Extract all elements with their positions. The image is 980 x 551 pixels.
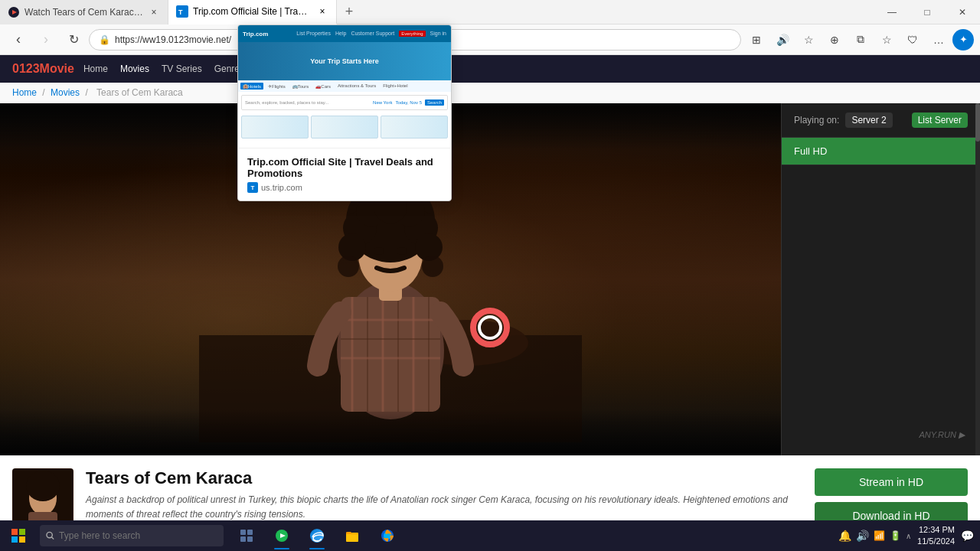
quality-options: Full HD bbox=[782, 138, 980, 165]
battery-icon[interactable]: 🔋 bbox=[890, 530, 901, 541]
maximize-button[interactable]: □ bbox=[910, 0, 945, 24]
collections-btn[interactable]: ⊕ bbox=[822, 28, 847, 52]
trip-tab-cars: 🚗Cars bbox=[313, 83, 333, 90]
breadcrumb-sep2: / bbox=[85, 87, 90, 98]
trip-result-3 bbox=[381, 116, 448, 139]
list-server-button[interactable]: List Server bbox=[912, 112, 968, 128]
breadcrumb-movies[interactable]: Movies bbox=[51, 87, 80, 98]
refresh-button[interactable]: ↻ bbox=[61, 28, 86, 52]
app-btn[interactable]: ⊞ bbox=[744, 28, 769, 52]
trip-nav-signin: Sign in bbox=[430, 31, 446, 37]
nav-genre[interactable]: Genre bbox=[214, 64, 240, 74]
svg-rect-44 bbox=[240, 530, 246, 535]
svg-point-42 bbox=[47, 532, 52, 537]
video-section: Playing on: Server 2 List Server Full HD… bbox=[0, 103, 980, 455]
copilot-btn[interactable]: ✦ bbox=[952, 29, 974, 51]
nav-home[interactable]: Home bbox=[83, 64, 108, 74]
windows-logo-icon bbox=[11, 529, 25, 543]
tab-title-trip: Trip.com Official Site | Travel Dea... bbox=[193, 6, 312, 17]
svg-rect-40 bbox=[11, 536, 18, 543]
browser-essentials-btn[interactable]: 🛡 bbox=[900, 28, 925, 52]
tab-close-trip[interactable]: × bbox=[316, 5, 328, 18]
watermark: ANY.RUN ▶ bbox=[919, 430, 965, 440]
trip-nav: List Properties Help Customer Support Ev… bbox=[296, 31, 446, 37]
forward-button[interactable]: › bbox=[34, 28, 58, 52]
stream-button[interactable]: Stream in HD bbox=[815, 468, 968, 496]
search-input[interactable] bbox=[59, 530, 217, 541]
breadcrumb-sep1: / bbox=[42, 87, 47, 98]
network-icon[interactable]: 📶 bbox=[874, 530, 885, 541]
taskbar-edge[interactable] bbox=[300, 520, 334, 551]
taskbar-file-explorer[interactable] bbox=[335, 520, 369, 551]
trip-results bbox=[238, 113, 451, 141]
svg-point-30 bbox=[422, 256, 443, 277]
taskbar-search[interactable] bbox=[40, 525, 224, 546]
site-logo: 0123Movie bbox=[12, 62, 74, 76]
nav-bar: ‹ › ↻ 🔒 https://ww19.0123movie.net/ ⊞ 🔊 … bbox=[0, 24, 980, 55]
trip-tabs-row: 🏨Hotels ✈Flights 🚌Tours 🚗Cars Attraction… bbox=[238, 80, 451, 92]
split-view-btn[interactable]: ⧉ bbox=[848, 28, 873, 52]
breadcrumb-current: Tears of Cem Karaca bbox=[96, 87, 183, 98]
svg-text:T: T bbox=[178, 8, 183, 16]
secure-icon: 🔒 bbox=[99, 34, 110, 45]
favorites-btn[interactable]: ☆ bbox=[796, 28, 821, 52]
volume-icon[interactable]: 🔊 bbox=[856, 530, 869, 542]
start-button[interactable] bbox=[0, 520, 37, 551]
server-info: Playing on: Server 2 List Server bbox=[782, 103, 980, 138]
minimize-button[interactable]: — bbox=[874, 0, 910, 24]
tab-favicon-movie bbox=[8, 6, 20, 18]
tab-bar: Watch Tears of Cem Karaca... × T Trip.co… bbox=[0, 0, 874, 24]
svg-rect-36 bbox=[28, 512, 57, 520]
svg-point-31 bbox=[374, 247, 384, 255]
tab-trip[interactable]: T Trip.com Official Site | Travel Dea...… bbox=[168, 0, 337, 24]
svg-rect-45 bbox=[247, 530, 253, 535]
breadcrumb-home[interactable]: Home bbox=[12, 87, 37, 98]
trip-logo: Trip.com bbox=[243, 31, 268, 37]
sidebar-scrollbar[interactable] bbox=[975, 103, 980, 455]
movie-description: Against a backdrop of political unrest i… bbox=[86, 493, 802, 520]
media-player-icon bbox=[274, 528, 289, 543]
nav-tv[interactable]: TV Series bbox=[162, 64, 202, 74]
svg-rect-39 bbox=[19, 529, 25, 535]
settings-btn[interactable]: … bbox=[926, 28, 951, 52]
taskbar-task-view[interactable] bbox=[230, 520, 263, 551]
nav-movies[interactable]: Movies bbox=[120, 64, 149, 74]
favorites-bar-btn[interactable]: ☆ bbox=[874, 28, 899, 52]
server-badge[interactable]: Server 2 bbox=[845, 112, 892, 128]
taskbar-firefox[interactable] bbox=[371, 520, 404, 551]
action-center-icon[interactable]: 💬 bbox=[961, 530, 974, 542]
search-icon bbox=[46, 531, 54, 540]
system-tray-icons: 🔔 🔊 📶 🔋 ∧ bbox=[838, 530, 911, 542]
task-view-icon bbox=[239, 528, 254, 543]
quality-fullhd[interactable]: Full HD bbox=[782, 138, 980, 165]
back-button[interactable]: ‹ bbox=[6, 28, 31, 52]
read-aloud-btn[interactable]: 🔊 bbox=[770, 28, 795, 52]
trip-hero-text: Your Trip Starts Here bbox=[310, 57, 378, 65]
browser-window: Watch Tears of Cem Karaca... × T Trip.co… bbox=[0, 0, 980, 520]
taskbar: 🔔 🔊 📶 🔋 ∧ 12:34 PM 11/5/2024 💬 bbox=[0, 520, 980, 551]
trip-hero: Your Trip Starts Here bbox=[238, 42, 451, 80]
breadcrumb: Home / Movies / Tears of Cem Karaca bbox=[0, 83, 980, 103]
tab-preview-popup: Trip.com List Properties Help Customer S… bbox=[237, 24, 452, 201]
notification-icon[interactable]: 🔔 bbox=[838, 530, 851, 542]
tab-close-movie[interactable]: × bbox=[148, 6, 160, 18]
taskbar-media-player[interactable] bbox=[265, 520, 299, 551]
playing-on-label: Playing on: bbox=[794, 115, 839, 126]
poster-image: ★★★★ bbox=[13, 469, 73, 520]
movie-details: Tears of Cem Karaca Against a backdrop o… bbox=[86, 468, 802, 520]
hidden-icons-button[interactable]: ∧ bbox=[906, 532, 911, 540]
sidebar-scroll-thumb bbox=[975, 103, 980, 142]
trip-search-location: New York bbox=[373, 100, 392, 105]
close-button[interactable]: ✕ bbox=[945, 0, 980, 24]
tab-preview-domain: us.trip.com bbox=[261, 183, 302, 192]
new-tab-button[interactable]: + bbox=[337, 0, 361, 24]
trip-nav-item2: Help bbox=[335, 31, 346, 37]
trip-tab-flights: ✈Flights bbox=[266, 83, 288, 90]
tab-movie[interactable]: Watch Tears of Cem Karaca... × bbox=[0, 0, 168, 24]
window-controls: — □ ✕ bbox=[874, 0, 980, 24]
download-button[interactable]: Download in HD bbox=[815, 502, 968, 520]
nav-right-icons: ⊞ 🔊 ☆ ⊕ ⧉ ☆ 🛡 … ✦ bbox=[744, 28, 974, 52]
taskbar-clock[interactable]: 12:34 PM 11/5/2024 bbox=[917, 524, 955, 548]
trip-result-1 bbox=[241, 116, 309, 139]
tab-preview-screenshot: Trip.com List Properties Help Customer S… bbox=[238, 25, 451, 148]
